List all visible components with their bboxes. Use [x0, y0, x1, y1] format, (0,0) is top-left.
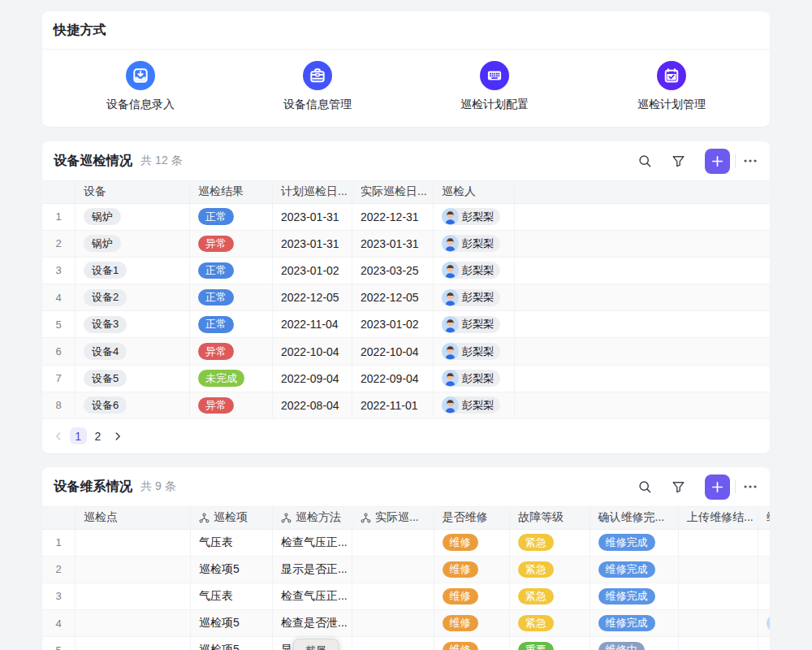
inspection-table-row[interactable]: 2锅炉异常2023-01-312023-01-31 彭梨梨 — [42, 231, 770, 258]
device-cell[interactable]: 设备3 — [76, 311, 190, 337]
add-record-button[interactable] — [705, 149, 730, 174]
column-header-planned-date[interactable]: 计划巡检日... — [273, 181, 352, 203]
inspector-cell[interactable]: 彭梨梨 — [434, 284, 515, 310]
pagination-page-2[interactable]: 2 — [89, 427, 108, 446]
planned-date-cell[interactable]: 2023-01-31 — [273, 231, 352, 257]
upload-cell[interactable] — [679, 530, 758, 556]
inspection-table-row[interactable]: 1锅炉正常2023-01-312022-12-31 彭梨梨 — [42, 204, 770, 231]
repair-cell[interactable]: 维修 — [434, 583, 511, 609]
person-cell[interactable] — [758, 583, 771, 609]
planned-date-cell[interactable]: 2022-08-04 — [273, 392, 352, 418]
upload-cell[interactable] — [679, 637, 758, 650]
result-cell[interactable]: 正常 — [190, 258, 273, 284]
item-cell[interactable]: 巡检项5 — [191, 557, 273, 583]
level-cell[interactable]: 紧急 — [510, 610, 590, 636]
search-icon[interactable] — [638, 154, 652, 168]
method-cell[interactable]: 检查是否泄... — [273, 610, 352, 636]
level-cell[interactable]: 紧急 — [510, 583, 590, 609]
actual-date-cell[interactable]: 2023-03-25 — [352, 258, 434, 284]
column-header-actual-date[interactable]: 实际巡检日... — [352, 181, 434, 203]
device-cell[interactable]: 设备4 — [76, 338, 190, 364]
more-options-icon[interactable] — [741, 154, 760, 168]
inspection-table-row[interactable]: 4设备2正常2022-12-052022-12-05 彭梨梨 — [42, 284, 770, 311]
point-cell[interactable] — [76, 583, 191, 609]
inspector-cell[interactable]: 彭梨梨 — [434, 231, 515, 257]
shortcut-device-info-manage[interactable]: 设备信息管理 — [229, 50, 406, 111]
confirm-cell[interactable]: 维修完成 — [590, 557, 680, 583]
actual-cell[interactable] — [352, 530, 434, 556]
inspection-table-row[interactable]: 3设备1正常2023-01-022023-03-25 彭梨梨 — [42, 258, 770, 284]
method-cell[interactable]: 显示是否正... — [273, 557, 352, 583]
actual-cell[interactable] — [352, 583, 434, 609]
upload-cell[interactable] — [679, 610, 758, 636]
more-options-icon[interactable] — [741, 480, 760, 494]
confirm-cell[interactable]: 维修完成 — [590, 610, 680, 636]
level-cell[interactable]: 紧急 — [510, 557, 590, 583]
result-cell[interactable]: 异常 — [190, 338, 273, 364]
method-cell[interactable]: 检查气压正... — [273, 583, 352, 609]
result-cell[interactable]: 正常 — [190, 284, 273, 310]
pagination-prev-icon[interactable] — [49, 427, 68, 446]
pagination-page-1[interactable]: 1 — [70, 427, 88, 445]
inspector-cell[interactable]: 彭梨梨 — [434, 204, 515, 230]
inspector-cell[interactable]: 彭梨梨 — [434, 258, 515, 284]
repair-cell[interactable]: 维修 — [434, 610, 511, 636]
point-cell[interactable] — [76, 610, 191, 636]
item-cell[interactable]: 气压表 — [191, 583, 273, 609]
maintenance-table-row[interactable]: 5巡检项5显示是否正...维修重要维修中 — [42, 637, 770, 650]
planned-date-cell[interactable]: 2022-12-05 — [273, 284, 352, 310]
upload-cell[interactable] — [679, 583, 758, 609]
person-cell[interactable] — [758, 637, 771, 650]
planned-date-cell[interactable]: 2022-11-04 — [273, 311, 352, 337]
device-cell[interactable]: 锅炉 — [76, 204, 190, 230]
planned-date-cell[interactable]: 2023-01-31 — [273, 204, 352, 230]
add-record-button[interactable] — [705, 474, 730, 500]
item-cell[interactable]: 巡检项5 — [191, 610, 273, 636]
upload-cell[interactable] — [679, 557, 758, 583]
filter-icon[interactable] — [672, 154, 685, 168]
shortcut-plan-config[interactable]: 巡检计划配置 — [406, 50, 583, 111]
planned-date-cell[interactable]: 2023-01-02 — [273, 258, 352, 284]
repair-cell[interactable]: 维修 — [434, 557, 511, 583]
point-cell[interactable] — [76, 530, 191, 556]
device-cell[interactable]: 设备5 — [76, 366, 190, 392]
repair-cell[interactable]: 维修 — [434, 637, 511, 650]
column-header-level[interactable]: 故障等级 — [510, 507, 590, 529]
inspector-cell[interactable]: 彭梨梨 — [434, 366, 515, 392]
shortcut-plan-manage[interactable]: 巡检计划管理 — [583, 50, 760, 111]
inspection-table-row[interactable]: 6设备4异常2022-10-042022-10-04 彭梨梨 — [42, 338, 770, 365]
actual-date-cell[interactable]: 2022-12-05 — [352, 284, 434, 310]
column-header-result[interactable]: 巡检结果 — [190, 181, 273, 203]
column-header-person[interactable]: 维修人 — [758, 507, 771, 529]
column-header-actual[interactable]: 实际巡... — [352, 507, 434, 529]
column-header-device[interactable]: 设备 — [76, 181, 190, 203]
inspector-cell[interactable]: 彭梨梨 — [434, 392, 515, 418]
result-cell[interactable]: 异常 — [190, 392, 273, 418]
level-cell[interactable]: 重要 — [510, 637, 590, 650]
result-cell[interactable]: 未完成 — [190, 366, 273, 392]
actual-cell[interactable] — [352, 557, 434, 583]
pagination-next-icon[interactable] — [108, 427, 127, 446]
column-header-method[interactable]: 巡检方法 — [273, 507, 352, 529]
inspector-cell[interactable]: 彭梨梨 — [434, 338, 515, 364]
actual-date-cell[interactable]: 2022-10-04 — [352, 338, 434, 364]
maintenance-table-row[interactable]: 3气压表检查气压正...维修紧急维修完成 — [42, 583, 770, 610]
actual-date-cell[interactable]: 2023-01-31 — [352, 231, 434, 257]
method-cell[interactable]: 检查气压正... — [273, 530, 352, 556]
device-cell[interactable]: 设备2 — [76, 284, 190, 310]
inspection-table-row[interactable]: 8设备6异常2022-08-042022-11-01 彭梨梨 — [42, 392, 770, 419]
filter-icon[interactable] — [672, 480, 685, 494]
confirm-cell[interactable]: 维修完成 — [590, 583, 680, 609]
column-header-inspector[interactable]: 巡检人 — [434, 181, 515, 203]
column-header-repair[interactable]: 是否维修 — [434, 507, 511, 529]
column-header-confirm[interactable]: 确认维修完... — [590, 507, 680, 529]
confirm-cell[interactable]: 维修中 — [590, 637, 680, 650]
column-header-upload[interactable]: 上传维修结... — [679, 507, 758, 529]
inspection-table-row[interactable]: 7设备5未完成2022-09-042022-09-04 彭梨梨 — [42, 366, 770, 392]
column-header-item[interactable]: 巡检项 — [191, 507, 273, 529]
search-icon[interactable] — [638, 480, 652, 494]
result-cell[interactable]: 正常 — [190, 311, 273, 337]
actual-date-cell[interactable]: 2022-09-04 — [352, 366, 434, 392]
maintenance-table-row[interactable]: 4巡检项5检查是否泄...维修紧急维修完成 彭梨梨 — [42, 610, 770, 637]
device-cell[interactable]: 锅炉 — [76, 231, 190, 257]
